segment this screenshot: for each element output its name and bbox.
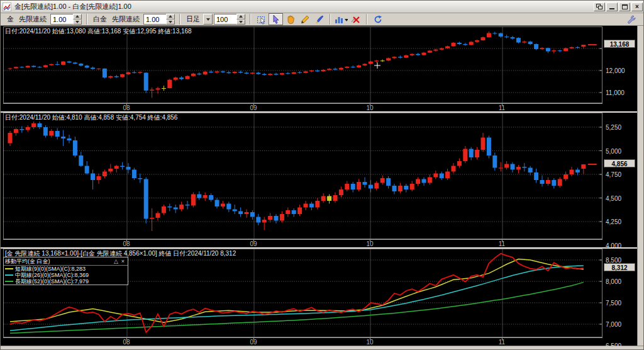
- candle-body: [433, 50, 438, 51]
- candle-body: [191, 74, 196, 76]
- candle-body: [297, 72, 302, 73]
- candle-body: [179, 205, 184, 210]
- legend-item: 長期線(52)(0)(SMA)(C):7,979: [4, 278, 128, 285]
- candle-body: [156, 213, 160, 218]
- gold-candlestick-chart[interactable]: [3, 26, 602, 103]
- candle-body: [85, 65, 89, 67]
- delete-study-button[interactable]: [348, 13, 363, 25]
- maximize-button[interactable]: [619, 3, 630, 11]
- candle-body: [504, 164, 509, 168]
- candle-body: [522, 42, 526, 42]
- panel-splitter[interactable]: [1, 111, 637, 113]
- candle-body: [564, 174, 568, 179]
- brush-icon: [314, 14, 325, 25]
- spread-time-axis: 08091011: [3, 337, 602, 346]
- candle-body: [321, 70, 326, 71]
- candle-body: [570, 170, 574, 175]
- platinum-series-label: 先限連続: [112, 14, 140, 24]
- candle-body: [575, 170, 580, 173]
- bar-chart-icon: [335, 14, 348, 25]
- candle-body: [38, 67, 42, 67]
- bar-count-down-button[interactable]: [236, 20, 245, 25]
- wrench-icon[interactable]: [626, 14, 636, 24]
- bar-count-input[interactable]: [214, 14, 236, 25]
- price-label: 4,750: [606, 171, 621, 178]
- app-chart-icon: [3, 3, 11, 11]
- candle-body: [534, 44, 538, 49]
- candle-body: [103, 69, 107, 77]
- pointer-tool-button[interactable]: [269, 13, 283, 25]
- last-price-tag: 13,168: [604, 40, 635, 48]
- candle-body: [327, 196, 331, 201]
- candle-body: [380, 60, 385, 61]
- gold-multiplier-down-button[interactable]: [73, 20, 82, 25]
- candle-body: [197, 195, 201, 198]
- month-label: 10: [366, 240, 373, 247]
- close-button[interactable]: ×: [631, 3, 643, 11]
- select-region-button[interactable]: [254, 13, 269, 25]
- gold-time-axis: 08091011: [3, 103, 602, 111]
- platinum-multiplier-spinner: [143, 14, 175, 25]
- platinum-candlestick-chart[interactable]: [3, 113, 602, 239]
- month-label: 09: [250, 104, 257, 111]
- candle-body: [452, 43, 456, 47]
- month-label: 08: [123, 339, 130, 346]
- brush-tool-button[interactable]: [312, 13, 326, 25]
- candle-body: [564, 48, 568, 52]
- candle-body: [380, 178, 385, 183]
- last-price-tag: 4,856: [604, 159, 635, 167]
- bar-count-up-button[interactable]: [236, 14, 245, 20]
- gold-multiplier-input[interactable]: [50, 14, 73, 25]
- candle-body: [73, 140, 77, 155]
- candle-body: [540, 180, 545, 184]
- candle-body: [138, 178, 142, 179]
- candle-body: [333, 69, 338, 69]
- candle-body: [445, 172, 450, 179]
- candle-body: [179, 77, 184, 79]
- minimize-button[interactable]: [606, 3, 618, 11]
- panel-splitter[interactable]: [1, 247, 637, 249]
- candle-body: [327, 69, 331, 70]
- candle-body: [339, 68, 343, 70]
- platinum-multiplier-input[interactable]: [143, 14, 166, 25]
- legend-item-label: 長期線(52)(0)(SMA)(C):7,979: [15, 278, 89, 286]
- moving-average-legend: 移動平均(金 白金) △ × 短期線(9)(0)(SMA)(C):8,283中期…: [3, 257, 128, 285]
- price-label: 8,000: [606, 278, 621, 285]
- candle-body: [31, 66, 36, 67]
- gold-multiplier-up-button[interactable]: [73, 14, 82, 20]
- candle-body: [238, 72, 243, 72]
- select-region-icon: [257, 14, 267, 25]
- platinum-multiplier-up-button[interactable]: [166, 14, 175, 20]
- title-bar[interactable]: 金[先限連続]1.00 - 白金[先限連続]1.00 ×: [1, 1, 644, 13]
- candle-body: [315, 201, 319, 208]
- candle-body: [452, 166, 456, 172]
- price-label: 4,500: [606, 195, 621, 202]
- settings-wrench-area: [626, 13, 636, 25]
- candle-body: [457, 161, 462, 166]
- candle-body: [226, 72, 231, 73]
- cascade-windows-button[interactable]: [594, 3, 605, 11]
- candle-body: [398, 57, 402, 57]
- candle-body: [528, 42, 533, 44]
- candle-body: [363, 182, 367, 185]
- candle-body: [274, 74, 279, 74]
- refresh-button[interactable]: [370, 13, 385, 25]
- candle-body: [268, 216, 272, 220]
- candle-body: [516, 167, 521, 170]
- candle-body: [203, 72, 208, 75]
- chart-type-button[interactable]: [334, 13, 348, 25]
- candle-body: [398, 186, 402, 191]
- legend-collapse-button[interactable]: △: [113, 258, 119, 264]
- hand-tool-button[interactable]: [283, 13, 297, 25]
- legend-close-button[interactable]: ×: [119, 258, 126, 264]
- candle-body: [304, 204, 308, 208]
- candle-body: [475, 150, 479, 157]
- candle-body: [410, 54, 414, 55]
- pencil-tool-button[interactable]: [297, 13, 312, 25]
- platinum-multiplier-down-button[interactable]: [166, 20, 175, 25]
- candle-body: [392, 186, 397, 191]
- candle-body: [8, 69, 13, 69]
- candle-body: [392, 57, 397, 58]
- period-dropdown-button[interactable]: [203, 14, 213, 25]
- candle-body: [209, 72, 213, 72]
